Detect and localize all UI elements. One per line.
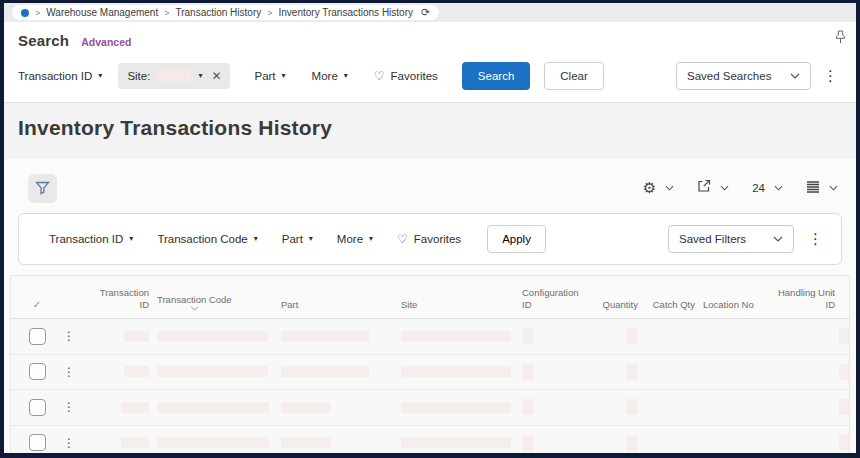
clear-button[interactable]: Clear <box>544 62 603 90</box>
filter-chip-transaction-id[interactable]: Transaction ID ▾ <box>49 233 133 245</box>
breadcrumb-item-inventory-transactions-history[interactable]: Inventory Transactions History <box>279 7 414 18</box>
density-menu[interactable] <box>806 179 838 197</box>
table-row[interactable]: ⋮ <box>11 390 849 426</box>
settings-menu[interactable]: ⚙ <box>643 179 674 197</box>
page-header: Inventory Transactions History <box>4 103 856 159</box>
heart-icon: ♡ <box>397 232 408 246</box>
export-menu[interactable] <box>697 179 729 197</box>
row-menu-icon[interactable]: ⋮ <box>57 400 81 414</box>
pin-icon[interactable] <box>835 30 846 48</box>
row-checkbox[interactable] <box>29 328 46 345</box>
redacted-configuration-id <box>522 435 534 451</box>
filter-more-menu[interactable]: ⋮ <box>804 230 827 248</box>
filter-chip-part[interactable]: Part ▾ <box>254 70 285 82</box>
filter-bar: Transaction ID ▾ Transaction Code ▾ Part… <box>18 213 842 265</box>
row-actions-header <box>53 311 87 318</box>
redacted-handling-unit-id <box>839 364 849 380</box>
saved-filters-dropdown[interactable]: Saved Filters <box>668 225 794 253</box>
col-configuration-id[interactable]: Configuration ID <box>518 287 594 318</box>
filter-chip-transaction-code[interactable]: Transaction Code ▾ <box>157 233 257 245</box>
chevron-down-icon <box>773 236 783 242</box>
breadcrumb-item-warehouse-management[interactable]: Warehouse Management <box>46 7 158 18</box>
caret-down-icon: ▾ <box>344 72 348 80</box>
table-header: ✓ Transaction ID Transaction Code Part S… <box>11 276 849 319</box>
filter-funnel-button[interactable] <box>28 174 57 203</box>
chevron-down-icon <box>774 185 783 191</box>
filter-chip-more[interactable]: More ▾ <box>312 70 348 82</box>
redacted-site <box>401 331 511 342</box>
favorites-toggle[interactable]: ♡ Favorites <box>397 232 461 246</box>
redacted-site <box>401 437 511 448</box>
chevron-down-icon <box>790 73 800 79</box>
redacted-site <box>401 366 511 377</box>
filter-chip-site[interactable]: Site: ▾ ✕ <box>118 63 230 89</box>
redacted-handling-unit-id <box>839 399 849 415</box>
page-size-selector[interactable]: 24 <box>752 182 783 194</box>
redacted-quantity <box>626 364 638 380</box>
chevron-down-icon <box>829 185 838 191</box>
breadcrumb: > Warehouse Management > Transaction His… <box>12 5 439 20</box>
redacted-part <box>281 437 331 448</box>
gear-icon: ⚙ <box>643 179 656 197</box>
breadcrumb-separator: > <box>267 8 272 18</box>
row-checkbox[interactable] <box>29 434 46 451</box>
refresh-icon[interactable]: ⟳ <box>421 6 430 19</box>
saved-searches-dropdown[interactable]: Saved Searches <box>676 62 811 90</box>
breadcrumb-separator: > <box>164 8 169 18</box>
site-value-redacted <box>157 70 191 82</box>
redacted-part <box>281 366 369 377</box>
col-transaction-id[interactable]: Transaction ID <box>87 287 153 318</box>
col-transaction-code[interactable]: Transaction Code <box>153 294 277 318</box>
redacted-quantity <box>626 435 638 451</box>
caret-down-icon: ▾ <box>369 235 373 243</box>
col-part[interactable]: Part <box>277 299 397 318</box>
search-button[interactable]: Search <box>462 62 530 90</box>
results-table: ✓ Transaction ID Transaction Code Part S… <box>10 275 850 458</box>
check-icon: ✓ <box>33 299 41 310</box>
redacted-part <box>281 331 369 342</box>
redacted-quantity <box>626 328 638 344</box>
sort-chevron-icon <box>190 306 199 311</box>
caret-down-icon: ▾ <box>198 72 202 80</box>
breadcrumb-item-transaction-history[interactable]: Transaction History <box>175 7 261 18</box>
col-site[interactable]: Site <box>397 299 518 318</box>
row-menu-icon[interactable]: ⋮ <box>57 436 81 450</box>
advanced-search-link[interactable]: Advanced <box>81 36 131 48</box>
row-menu-icon[interactable]: ⋮ <box>57 365 81 379</box>
col-catch-qty[interactable]: Catch Qty <box>642 299 699 318</box>
table-row[interactable]: ⋮ <box>11 426 849 458</box>
redacted-transaction-id <box>121 402 149 413</box>
chevron-down-icon <box>720 185 729 191</box>
filter-chip-part[interactable]: Part ▾ <box>282 233 313 245</box>
breadcrumb-bar: > Warehouse Management > Transaction His… <box>4 3 856 22</box>
search-panel: Search Advanced Transaction ID ▾ Site: ▾… <box>4 22 856 103</box>
favorites-toggle[interactable]: ♡ Favorites <box>374 69 438 83</box>
redacted-transaction-id <box>124 331 149 342</box>
page-size-value: 24 <box>752 182 765 194</box>
caret-down-icon: ▾ <box>309 235 313 243</box>
caret-down-icon: ▾ <box>98 72 102 80</box>
filter-chip-transaction-id[interactable]: Transaction ID ▾ <box>18 70 102 82</box>
redacted-transaction-id <box>121 437 149 448</box>
search-more-menu[interactable]: ⋮ <box>819 67 842 85</box>
select-all-header[interactable]: ✓ <box>21 299 53 319</box>
redacted-transaction-code <box>157 402 269 413</box>
apply-button[interactable]: Apply <box>487 225 546 253</box>
table-row[interactable]: ⋮ <box>11 319 849 355</box>
row-checkbox[interactable] <box>29 399 46 416</box>
redacted-handling-unit-id <box>839 328 849 344</box>
home-dot-icon[interactable] <box>21 9 29 17</box>
row-menu-icon[interactable]: ⋮ <box>57 329 81 343</box>
redacted-part <box>281 402 331 413</box>
close-icon[interactable]: ✕ <box>211 69 221 83</box>
filter-chip-more[interactable]: More ▾ <box>337 233 373 245</box>
redacted-transaction-code <box>157 331 268 342</box>
col-location-no[interactable]: Location No <box>699 299 769 318</box>
redacted-configuration-id <box>522 328 534 344</box>
table-row[interactable]: ⋮ <box>11 355 849 391</box>
redacted-transaction-code <box>157 437 269 448</box>
col-handling-unit-id[interactable]: Handling Unit ID <box>769 287 839 318</box>
col-quantity[interactable]: Quantity <box>594 299 642 318</box>
search-filter-row: Transaction ID ▾ Site: ▾ ✕ Part ▾ More ▾… <box>18 62 842 90</box>
row-checkbox[interactable] <box>29 363 46 380</box>
